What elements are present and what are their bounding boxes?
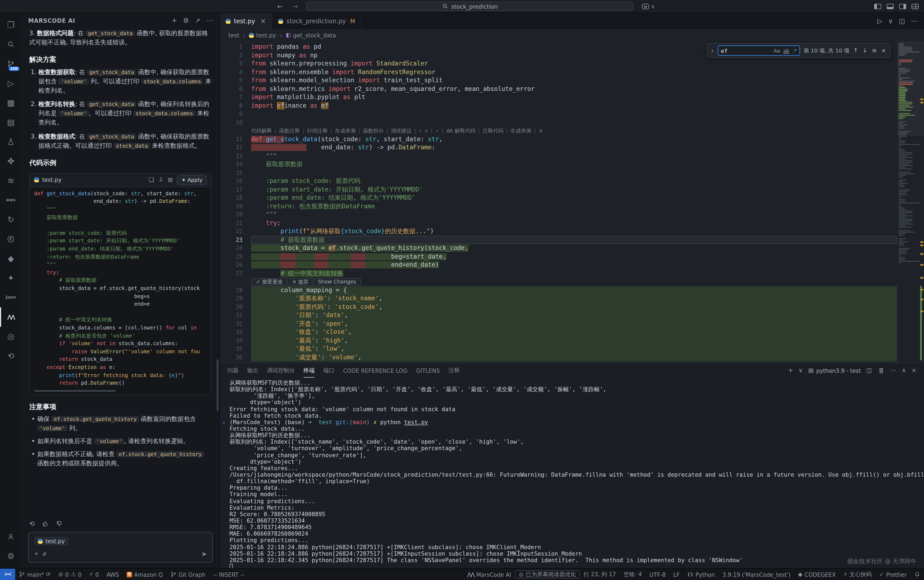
chevron-down-icon[interactable]: ∨ (888, 18, 893, 24)
code-editor[interactable]: 1import pandas as pd2import numpy as np3… (220, 41, 897, 362)
activity-account[interactable] (0, 527, 21, 547)
activity-continue[interactable]: ↻ (0, 210, 21, 229)
status-indentation[interactable]: 空格: 4 (620, 568, 646, 580)
regex-icon[interactable]: .* (792, 48, 797, 53)
status-codegeex[interactable]: ◆CODEGEEX (794, 568, 840, 580)
status-amazon-q[interactable]: QAmazon Q (123, 568, 167, 580)
chevron-up-icon[interactable]: ∧ (901, 367, 906, 373)
panel-tab-CODE REFERENCE LOG[interactable]: CODE REFERENCE LOG (343, 363, 408, 377)
more-icon[interactable]: ⋯ (890, 367, 896, 373)
panel-tab-终端[interactable]: 终端 (304, 363, 315, 377)
close-icon[interactable]: × (539, 128, 543, 133)
customize-layout-icon[interactable] (912, 4, 919, 9)
codelens-action[interactable]: 注释代码 (483, 127, 503, 135)
activity-leaf[interactable]: ✤ (0, 152, 21, 171)
codelens-action[interactable]: 解释代码 (455, 127, 475, 135)
panel-tab-GITLENS[interactable]: GITLENS (416, 363, 440, 377)
more-icon[interactable]: ⋯ (911, 18, 917, 24)
activity-docker[interactable]: ≋ (0, 171, 21, 190)
codelens-action[interactable]: 生成单测 (335, 127, 356, 135)
terminal-instance[interactable]: ▤python3.9 - test (808, 367, 861, 374)
activity-source-control[interactable]: 10K (0, 54, 21, 74)
split-icon[interactable]: ◫ (899, 18, 905, 24)
play-icon[interactable]: ▷ (877, 18, 882, 24)
panel-tab-注释[interactable]: 注释 (449, 363, 460, 377)
status-problems[interactable]: ⊘0⚠0 (54, 568, 86, 580)
panel-tab-输出[interactable]: 输出 (247, 363, 258, 377)
codelens-action[interactable]: 调优建议 (391, 127, 412, 135)
overview-ruler[interactable] (920, 41, 924, 362)
back-icon[interactable]: ← (277, 3, 282, 10)
match-case-icon[interactable]: Aa (774, 48, 780, 53)
activity-testing[interactable] (0, 132, 21, 152)
status-git-graph[interactable]: Git Graph (167, 568, 210, 580)
activity-aws[interactable]: aws (0, 190, 21, 210)
activity-settings[interactable]: ⚙ (0, 547, 21, 566)
status-cursor-position[interactable]: 行 23, 列 17 (580, 568, 620, 580)
status-prettier[interactable]: ✓Prettier (876, 568, 911, 580)
panel-tab-端口[interactable]: 端口 (323, 363, 335, 377)
codelens-action[interactable]: 函数注释 (279, 127, 300, 135)
activity-history[interactable]: ⟲ (0, 346, 21, 366)
find-in-selection-icon[interactable]: ≡ (872, 47, 877, 54)
newfile-icon[interactable]: ⊞ (168, 177, 173, 183)
more-icon[interactable]: ⋯ (206, 17, 213, 24)
activity-codegeex[interactable]: ◆ (0, 249, 21, 269)
status-comate[interactable]: ⚡文心快码 (840, 568, 876, 580)
status-eol[interactable]: LF (670, 568, 683, 580)
gear-icon[interactable]: ⚙ (183, 17, 189, 24)
previous-match-icon[interactable]: ↑ (853, 47, 858, 54)
codelens-action[interactable]: 生成单测 (510, 127, 531, 135)
activity-run-debug[interactable]: ▷ (0, 74, 21, 93)
status-screen-reader[interactable]: ◎已为屏幕阅读器优化 (515, 570, 580, 578)
activity-remote-explorer[interactable]: ▤ (0, 112, 21, 132)
insert-icon[interactable]: ⇩ (158, 177, 163, 183)
breadcrumb-item[interactable]: test (228, 32, 239, 38)
panel-tab-问题[interactable]: 问题 (227, 363, 238, 377)
apply-button[interactable]: ✦ Apply (177, 175, 207, 185)
send-icon[interactable]: ➤ (201, 550, 207, 558)
breadcrumb-item[interactable]: test.py (249, 32, 276, 38)
status-marscode[interactable]: ⋀⋀MarsCode AI (464, 568, 515, 580)
chat-input-box[interactable]: test.py ✦ # ➤ (28, 532, 213, 563)
add-icon[interactable]: + (172, 17, 177, 24)
find-collapse-icon[interactable]: › (711, 47, 714, 54)
status-zap-count[interactable]: ⚡0 (86, 568, 103, 580)
sidebar-scrollbar[interactable] (216, 359, 219, 411)
status-interpreter[interactable]: 3.9.19 ('MarsCode_test') (719, 568, 794, 580)
close-icon[interactable]: × (912, 367, 916, 373)
find-input[interactable]: ef Aa ab .* (718, 45, 800, 56)
toggle-primary-sidebar-icon[interactable] (874, 4, 881, 9)
assistant-icon[interactable] (642, 4, 649, 9)
add-icon[interactable]: + (788, 367, 793, 373)
status-encoding[interactable]: UTF-8 (646, 568, 670, 580)
chevron-down-icon[interactable]: ∨ (651, 4, 655, 9)
whole-word-icon[interactable]: ab (783, 48, 789, 53)
activity-explorer[interactable]: ❐ (0, 15, 21, 35)
trash-icon[interactable] (877, 367, 885, 374)
activity-comate[interactable]: ✦ (0, 269, 21, 288)
close-find-icon[interactable]: × (881, 47, 886, 54)
chevron-down-icon[interactable]: ∨ (799, 367, 803, 373)
card-scrollbar[interactable] (34, 390, 116, 391)
activity-csharp[interactable]: C (0, 229, 21, 249)
thumb-down-icon[interactable] (56, 520, 63, 527)
close-tab-icon[interactable]: × (261, 17, 266, 25)
export-icon[interactable]: ↗ (195, 17, 200, 24)
codelens-action[interactable]: 代码解释 (251, 127, 272, 135)
status-language[interactable]: {}Python (683, 568, 719, 580)
breadcrumb-item[interactable]: ◧get_stock_data (286, 32, 336, 38)
activity-timeline[interactable]: ◎ (0, 327, 21, 346)
copy-icon[interactable]: ❏ (149, 177, 154, 183)
terminal[interactable]: 从网络获取MSFT的历史数据...获取到的列名: Index(['股票名称', … (220, 377, 924, 568)
activity-extensions[interactable]: ▦ (0, 93, 21, 112)
status-vim-mode[interactable]: -- INSERT -- (209, 568, 248, 580)
toggle-panel-icon[interactable] (887, 4, 894, 9)
status-aws[interactable]: AWS (102, 568, 123, 580)
panel-tab-调试控制台[interactable]: 调试控制台 (267, 363, 295, 377)
activity-json[interactable]: Json (0, 288, 21, 307)
forward-icon[interactable]: → (292, 3, 298, 10)
next-match-icon[interactable]: ↓ (863, 47, 868, 54)
status-notifications[interactable] (911, 568, 924, 580)
accept-changes-button[interactable]: ✓ 接受更改 (256, 278, 283, 286)
